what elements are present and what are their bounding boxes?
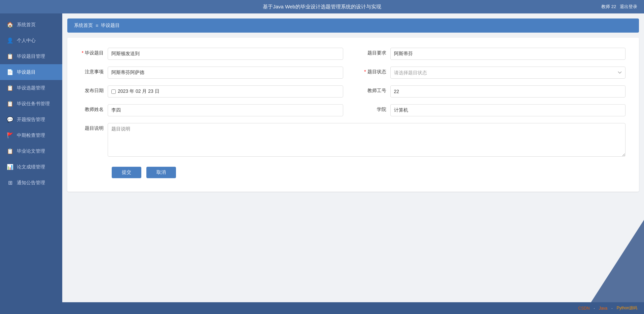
sidebar-label-profile: 个人中心 bbox=[17, 38, 36, 44]
breadcrumb-home[interactable]: 系统首页 bbox=[74, 23, 93, 29]
sidebar-item-home[interactable]: 🏠 系统首页 bbox=[0, 17, 62, 33]
main-layout: 🏠 系统首页 👤 个人中心 📋 毕设题目管理 📄 毕设题目 📋 毕设选题管理 📋… bbox=[0, 13, 644, 314]
topic-status-label: 题目状态 bbox=[363, 67, 390, 75]
sidebar-item-midterm[interactable]: 🚩 中期检查管理 bbox=[0, 127, 62, 143]
notes-input[interactable] bbox=[108, 67, 343, 79]
btn-row: 提交 取消 bbox=[81, 167, 625, 178]
breadcrumb: 系统首页 ≡ 毕设题目 bbox=[67, 18, 639, 33]
user-icon: 👤 bbox=[7, 37, 13, 44]
publish-date-row: 发布日期 2023 年 02 月 23 日 bbox=[81, 85, 343, 97]
sidebar-label-midterm: 中期检查管理 bbox=[17, 132, 45, 139]
thesis-icon: 📋 bbox=[7, 148, 13, 154]
publish-date-label: 发布日期 bbox=[81, 85, 108, 94]
sidebar-item-topic[interactable]: 📄 毕设题目 bbox=[0, 64, 62, 80]
sidebar-item-report[interactable]: 💬 开题报告管理 bbox=[0, 112, 62, 127]
topic-icon: 📄 bbox=[7, 69, 13, 75]
main-content: 系统首页 ≡ 毕设题目 毕设题目 题目要求 注意事项 bbox=[62, 13, 644, 314]
topic-status-select[interactable]: 请选择题目状态 开放 关闭 bbox=[390, 67, 626, 79]
topic-manage-icon: 📋 bbox=[7, 53, 13, 60]
sidebar-item-task[interactable]: 📋 毕设任务书管理 bbox=[0, 96, 62, 112]
notes-row: 注意事项 bbox=[81, 67, 343, 79]
sidebar-label-selection: 毕设选题管理 bbox=[17, 85, 45, 91]
bishe-topic-label: 毕设题目 bbox=[81, 48, 108, 56]
college-row: 学院 bbox=[363, 104, 626, 116]
date-checkbox[interactable] bbox=[111, 89, 116, 94]
description-label: 题目说明 bbox=[81, 123, 108, 131]
topic-req-input[interactable] bbox=[390, 48, 626, 60]
sep2: · bbox=[611, 306, 612, 311]
teacher-name-input[interactable] bbox=[108, 104, 343, 116]
sidebar-label-task: 毕设任务书管理 bbox=[17, 101, 50, 107]
notice-icon: ⊞ bbox=[7, 180, 13, 186]
notes-label: 注意事项 bbox=[81, 67, 108, 75]
description-textarea[interactable] bbox=[108, 123, 625, 157]
date-text: 2023 年 02 月 23 日 bbox=[118, 88, 159, 94]
midterm-icon: 🚩 bbox=[7, 132, 13, 139]
task-icon: 📋 bbox=[7, 101, 13, 107]
home-icon: 🏠 bbox=[7, 22, 13, 28]
teacher-name-label: 教师姓名 bbox=[81, 104, 108, 113]
teacher-id-label: 教师工号 bbox=[363, 85, 390, 94]
sidebar-label-topic-manage: 毕设题目管理 bbox=[17, 53, 45, 60]
description-row: 题目说明 bbox=[81, 123, 625, 157]
breadcrumb-current: 毕设题目 bbox=[101, 23, 120, 29]
report-icon: 💬 bbox=[7, 116, 13, 123]
sidebar-item-selection[interactable]: 📋 毕设选题管理 bbox=[0, 80, 62, 96]
selection-icon: 📋 bbox=[7, 85, 13, 91]
breadcrumb-separator: ≡ bbox=[96, 23, 98, 28]
sep1: · bbox=[594, 306, 595, 311]
top-header: 基于Java Web的毕业设计选题管理系统的设计与实现 教师 22 退出登录 bbox=[0, 0, 644, 13]
sidebar-item-notice[interactable]: ⊞ 通知公告管理 bbox=[0, 175, 62, 191]
topic-req-label: 题目要求 bbox=[363, 48, 390, 56]
logout-link[interactable]: 退出登录 bbox=[620, 4, 637, 9]
cancel-button[interactable]: 取消 bbox=[146, 167, 176, 178]
sidebar-label-report: 开题报告管理 bbox=[17, 117, 45, 123]
sidebar-label-home: 系统首页 bbox=[17, 22, 36, 28]
topic-req-row: 题目要求 bbox=[363, 48, 626, 60]
bottom-bar: CSDN · Java · Python源码 bbox=[0, 302, 644, 314]
sidebar-item-topic-manage[interactable]: 📋 毕设题目管理 bbox=[0, 48, 62, 64]
college-label: 学院 bbox=[363, 104, 390, 113]
teacher-id-input[interactable] bbox=[390, 85, 626, 97]
java-link[interactable]: Java bbox=[599, 306, 607, 311]
bishe-topic-row: 毕设题目 bbox=[81, 48, 343, 60]
sidebar-item-profile[interactable]: 👤 个人中心 bbox=[0, 33, 62, 48]
bishe-topic-input[interactable] bbox=[108, 48, 343, 60]
form-card: 毕设题目 题目要求 注意事项 题目状态 请选择题目状态 bbox=[67, 38, 639, 192]
user-label: 教师 22 bbox=[601, 4, 616, 9]
college-input[interactable] bbox=[390, 104, 626, 116]
date-field: 2023 年 02 月 23 日 bbox=[108, 85, 343, 97]
python-link[interactable]: Python源码 bbox=[617, 305, 637, 311]
teacher-name-row: 教师姓名 bbox=[81, 104, 343, 116]
sidebar-item-thesis[interactable]: 📋 毕业论文管理 bbox=[0, 143, 62, 159]
csdn-link[interactable]: CSDN bbox=[578, 306, 590, 311]
sidebar-label-topic: 毕设题目 bbox=[17, 69, 36, 75]
form-grid: 毕设题目 题目要求 注意事项 题目状态 请选择题目状态 bbox=[81, 48, 625, 178]
teacher-id-row: 教师工号 bbox=[363, 85, 626, 97]
header-title: 基于Java Web的毕业设计选题管理系统的设计与实现 bbox=[263, 4, 381, 10]
topic-status-row: 题目状态 请选择题目状态 开放 关闭 bbox=[363, 67, 626, 79]
user-info: 教师 22 退出登录 bbox=[601, 4, 637, 10]
sidebar: 🏠 系统首页 👤 个人中心 📋 毕设题目管理 📄 毕设题目 📋 毕设选题管理 📋… bbox=[0, 13, 62, 314]
score-icon: 📊 bbox=[7, 164, 13, 170]
submit-button[interactable]: 提交 bbox=[112, 167, 141, 178]
sidebar-item-score[interactable]: 📊 论文成绩管理 bbox=[0, 159, 62, 175]
sidebar-label-thesis: 毕业论文管理 bbox=[17, 148, 45, 154]
sidebar-label-notice: 通知公告管理 bbox=[17, 180, 45, 186]
sidebar-label-score: 论文成绩管理 bbox=[17, 164, 45, 170]
